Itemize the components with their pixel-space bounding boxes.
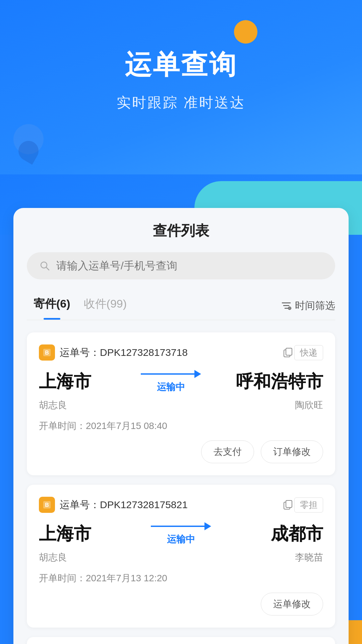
shipment-time-2: 开单时间：2021年7月13 12:20 — [39, 572, 323, 585]
to-city-2: 成都市 — [256, 522, 323, 546]
shipment-actions-1: 去支付 订单修改 — [39, 440, 323, 463]
title-decoration-dot — [234, 20, 257, 44]
arrow-head-2 — [204, 522, 211, 530]
order-number-2: 运单号：DPK127328175821 — [60, 498, 279, 512]
filter-label: 时间筛选 — [295, 299, 335, 313]
search-bar[interactable] — [27, 252, 335, 279]
card-title: 查件列表 — [27, 221, 335, 240]
copy-icon-2[interactable] — [282, 499, 294, 511]
from-person-2: 胡志良 — [39, 551, 106, 564]
copy-icon-1[interactable] — [282, 346, 294, 359]
route-arrow-2 — [151, 522, 211, 530]
svg-text:B: B — [45, 502, 49, 508]
to-person-1: 陶欣旺 — [256, 399, 323, 412]
time-filter-button[interactable]: 时间筛选 — [281, 299, 335, 313]
search-icon — [39, 260, 51, 272]
arrow-line-2 — [151, 526, 204, 527]
svg-text:B: B — [45, 350, 49, 356]
hero-content: 运单查询 实时跟踪 准时送达 — [0, 27, 362, 112]
to-person-2: 李晓苗 — [256, 551, 323, 564]
modify-waybill-button-2[interactable]: 运单修改 — [261, 593, 323, 615]
route-row-1: 上海市 运输中 呼和浩特市 — [39, 370, 323, 393]
type-badge-2: 零担 — [294, 497, 323, 513]
tab-received[interactable]: 收件(99) — [77, 293, 133, 318]
svg-rect-12 — [286, 500, 292, 507]
shipment-card-1: B 运单号：DPK127328173718 快递 上海市 — [27, 332, 335, 475]
order-icon-1: B — [39, 344, 55, 361]
modify-order-button-1[interactable]: 订单修改 — [261, 440, 323, 463]
route-row-2: 上海市 运输中 成都市 — [39, 522, 323, 546]
route-status-1: 运输中 — [157, 381, 185, 393]
shipment-header-2: B 运单号：DPK127328175821 零担 — [39, 497, 323, 513]
shipment-header-1: B 运单号：DPK127328173718 快递 — [39, 344, 323, 361]
arrow-head-1 — [194, 370, 201, 378]
svg-line-1 — [46, 267, 49, 270]
shipment-actions-2: 运单修改 — [39, 593, 323, 615]
shipment-card-2: B 运单号：DPK127328175821 零担 上海市 — [27, 485, 335, 628]
search-input[interactable] — [56, 260, 323, 272]
shipment-time-1: 开单时间：2021年7月15 08:40 — [39, 420, 323, 432]
svg-rect-8 — [286, 348, 292, 355]
app-subtitle: 实时跟踪 准时送达 — [0, 93, 362, 112]
order-icon-2: B — [39, 497, 55, 513]
title-container: 运单查询 — [125, 27, 237, 83]
type-badge-1: 快递 — [294, 345, 323, 360]
order-number-1: 运单号：DPK127328173718 — [60, 346, 279, 360]
person-row-2: 胡志良 李晓苗 — [39, 551, 323, 564]
route-middle-2: 运输中 — [106, 522, 256, 546]
filter-icon — [281, 300, 292, 311]
pay-button-1[interactable]: 去支付 — [201, 440, 254, 463]
from-city-2: 上海市 — [39, 522, 106, 546]
page-wrapper: 运单查询 实时跟踪 准时送达 查件列表 寄件(6) — [0, 0, 362, 644]
arrow-line-1 — [141, 373, 194, 375]
hero-section: 运单查询 实时跟踪 准时送达 — [0, 0, 362, 174]
from-city-1: 上海市 — [39, 370, 106, 393]
route-status-2: 运输中 — [167, 533, 195, 546]
route-middle-1: 运输中 — [106, 370, 236, 393]
app-title: 运单查询 — [125, 47, 237, 83]
person-row-1: 胡志良 陶欣旺 — [39, 399, 323, 412]
shipment-card-3: B 运单号：DPK127328178912 快递 — [27, 637, 335, 644]
tab-sent[interactable]: 寄件(6) — [27, 293, 77, 318]
content-card: 查件列表 寄件(6) 收件(99) — [13, 208, 349, 644]
tabs-row: 寄件(6) 收件(99) 时间筛选 — [27, 293, 335, 320]
to-city-1: 呼和浩特市 — [236, 370, 323, 393]
from-person-1: 胡志良 — [39, 399, 106, 412]
route-arrow-1 — [141, 370, 201, 378]
